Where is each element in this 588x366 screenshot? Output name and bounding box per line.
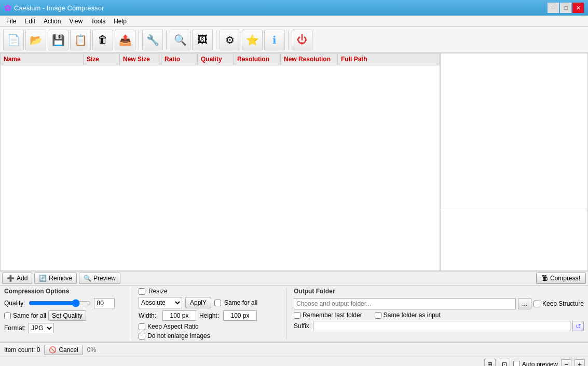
- search-button[interactable]: 🔍: [170, 30, 190, 50]
- preview-bottom: [440, 209, 588, 271]
- options-separator2: [286, 288, 286, 340]
- same-folder-checkbox[interactable]: [375, 312, 381, 319]
- resize-checkbox[interactable]: [139, 288, 145, 295]
- remove-label: Remove: [49, 275, 72, 282]
- folder-row: ... Keep Structure: [294, 298, 584, 309]
- col-resolution: Resolution: [234, 53, 281, 65]
- format-select[interactable]: JPG PNG BMP TIFF: [29, 323, 54, 333]
- resize-mode-select[interactable]: Absolute Percentage Width Height: [139, 297, 182, 308]
- main-area: Name Size New Size Ratio Quality Resolut…: [0, 53, 588, 271]
- folder-input[interactable]: [294, 298, 516, 309]
- toolbar-separator: [139, 31, 139, 49]
- col-name: Name: [1, 53, 84, 65]
- cancel-button[interactable]: 🚫 Cancel: [44, 345, 83, 355]
- settings-button[interactable]: ⚙: [220, 30, 240, 50]
- resize-dims-row: Width: Height:: [139, 310, 279, 321]
- format-label: Format:: [4, 324, 25, 332]
- title-bar-left: ✿ Caesium - Image Compressor: [4, 3, 104, 13]
- compression-section: Compression Options Quality: Same for al…: [4, 288, 124, 333]
- remove-button[interactable]: 🔄 Remove: [34, 273, 77, 284]
- same-for-all-resize-label: Same for all: [224, 299, 257, 306]
- item-count-text: Item count: 0: [4, 346, 40, 354]
- title-bar: ✿ Caesium - Image Compressor ─ □ ✕: [0, 0, 588, 16]
- keep-aspect-checkbox[interactable]: [139, 323, 145, 330]
- add-button[interactable]: ➕ Add: [2, 273, 32, 284]
- set-quality-button[interactable]: Set Quality: [48, 310, 86, 321]
- fit-button[interactable]: ⊡: [499, 359, 510, 367]
- quality-slider[interactable]: [29, 299, 91, 307]
- same-for-all-label: Same for all: [13, 312, 46, 319]
- menu-file[interactable]: File: [2, 17, 20, 26]
- zoom-out-button[interactable]: −: [561, 359, 571, 367]
- compress-button[interactable]: 🗜 Compress!: [536, 273, 586, 284]
- copy-button[interactable]: 📋: [70, 30, 91, 50]
- star-button[interactable]: ⭐: [242, 30, 263, 50]
- bottom-bar: ⊞ ⊡ Auto preview − +: [0, 357, 588, 366]
- item-count-label: Item count:: [4, 346, 35, 354]
- remember-folder-checkbox[interactable]: [294, 312, 300, 319]
- do-not-enlarge-row: Do not enlarge images: [139, 332, 279, 340]
- col-new-resolution: New Resolution: [281, 53, 338, 65]
- width-input[interactable]: [162, 310, 196, 321]
- new-file-button[interactable]: 📄: [3, 30, 24, 50]
- output-label: Output Folder: [294, 288, 584, 295]
- progress-area: 0%: [87, 346, 96, 354]
- options-separator: [131, 288, 131, 340]
- cancel-label: Cancel: [59, 346, 78, 354]
- resize-mode-row: Absolute Percentage Width Height ApplY S…: [139, 297, 279, 308]
- save-button[interactable]: 💾: [48, 30, 69, 50]
- preview-button[interactable]: 🔍 Preview: [79, 273, 120, 284]
- item-count-value: 0: [37, 346, 40, 354]
- same-for-all-resize-checkbox[interactable]: [214, 300, 221, 306]
- minimize-button[interactable]: ─: [548, 3, 559, 13]
- options-bar: Compression Options Quality: Same for al…: [0, 286, 588, 342]
- quality-row: Quality:: [4, 298, 124, 308]
- tools-button[interactable]: 🔧: [142, 30, 163, 50]
- maximize-button[interactable]: □: [560, 3, 571, 13]
- height-input[interactable]: [223, 310, 257, 321]
- quality-input[interactable]: [94, 298, 115, 308]
- suffix-row: Suffix: ↺: [294, 321, 584, 331]
- resize-label: Resize: [148, 288, 168, 295]
- refresh-button[interactable]: ↺: [572, 321, 584, 331]
- do-not-enlarge-checkbox[interactable]: [139, 333, 145, 340]
- toolbar-separator2: [166, 31, 167, 49]
- delete-button[interactable]: 🗑: [92, 30, 113, 50]
- menu-tools[interactable]: Tools: [87, 17, 110, 26]
- info-button[interactable]: ℹ: [264, 30, 285, 50]
- menu-edit[interactable]: Edit: [20, 17, 39, 26]
- export-button[interactable]: 📤: [115, 30, 135, 50]
- toolbar: 📄 📂 💾 📋 🗑 📤 🔧 🔍 🖼 ⚙ ⭐ ℹ ⏻: [0, 27, 588, 53]
- remember-folder-label: Remember last folder: [303, 311, 362, 319]
- app-title: Caesium - Image Compressor: [14, 4, 104, 12]
- browse-button[interactable]: ...: [518, 298, 531, 309]
- menu-action[interactable]: Action: [39, 17, 65, 26]
- auto-preview-checkbox[interactable]: [513, 361, 520, 366]
- grid-view-button[interactable]: ⊞: [484, 359, 496, 367]
- apply-button[interactable]: ApplY: [185, 297, 211, 308]
- suffix-label: Suffix:: [294, 322, 311, 330]
- zoom-in-button[interactable]: +: [575, 359, 585, 367]
- col-size: Size: [84, 53, 120, 65]
- power-button[interactable]: ⏻: [292, 30, 312, 50]
- status-bar: Item count: 0 🚫 Cancel 0%: [0, 342, 588, 357]
- same-for-all-checkbox[interactable]: [4, 313, 11, 319]
- keep-aspect-row: Keep Aspect Ratio: [139, 323, 279, 330]
- keep-structure-label: Keep Structure: [542, 300, 584, 307]
- app-logo: ✿: [4, 3, 11, 13]
- menu-help[interactable]: Help: [110, 17, 131, 26]
- close-button[interactable]: ✕: [572, 3, 584, 13]
- image-button[interactable]: 🖼: [192, 30, 213, 50]
- preview-icon: 🔍: [84, 275, 91, 282]
- suffix-input[interactable]: [313, 321, 570, 331]
- col-new-size: New Size: [120, 53, 161, 65]
- open-folder-button[interactable]: 📂: [25, 30, 46, 50]
- table-header: Name Size New Size Ratio Quality Resolut…: [1, 53, 440, 65]
- toolbar-separator3: [216, 31, 216, 49]
- menu-view[interactable]: View: [65, 17, 87, 26]
- same-for-all-row: Same for all Set Quality: [4, 310, 124, 321]
- file-table[interactable]: Name Size New Size Ratio Quality Resolut…: [0, 53, 440, 271]
- keep-structure-checkbox[interactable]: [534, 301, 540, 307]
- progress-text: 0%: [87, 346, 96, 354]
- toolbar-separator4: [288, 31, 289, 49]
